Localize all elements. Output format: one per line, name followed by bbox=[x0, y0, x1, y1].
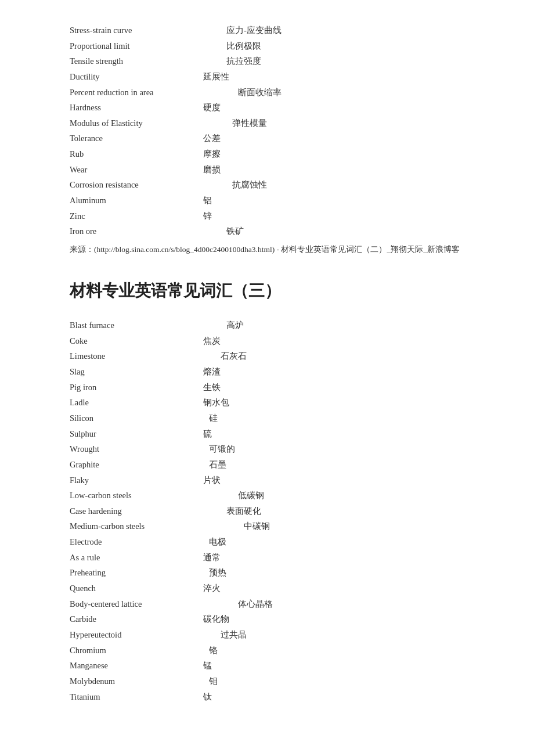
vocab-english: Proportional limit bbox=[70, 39, 203, 53]
vocab-chinese: 中碳钢 bbox=[203, 519, 270, 534]
vocab-row: Sulphur硫 bbox=[70, 427, 464, 441]
vocab-english: Graphite bbox=[70, 458, 203, 472]
vocab-chinese: 焦炭 bbox=[203, 334, 221, 348]
vocab-english: Chromium bbox=[70, 643, 203, 658]
vocab-chinese: 预热 bbox=[203, 566, 226, 580]
vocab-chinese: 体心晶格 bbox=[203, 597, 273, 611]
vocab-row: Wrought可锻的 bbox=[70, 442, 464, 456]
vocab-row: Electrode电极 bbox=[70, 535, 464, 549]
vocab-english: Wear bbox=[70, 163, 203, 177]
vocab-row: Wear磨损 bbox=[70, 163, 464, 177]
vocab-row: Quench淬火 bbox=[70, 581, 464, 596]
vocab-english: Corrosion resistance bbox=[70, 178, 203, 192]
vocab-english: Molybdenum bbox=[70, 674, 203, 689]
vocab-chinese: 延展性 bbox=[203, 70, 229, 84]
vocab-english: Case hardening bbox=[70, 504, 203, 519]
vocab-row: Stress-strain curve应力-应变曲线 bbox=[70, 23, 464, 38]
section2: Stress-strain curve应力-应变曲线Proportional l… bbox=[70, 23, 464, 256]
vocab-english: Pig iron bbox=[70, 380, 203, 395]
vocab-chinese: 铝 bbox=[203, 193, 212, 208]
vocab-chinese: 低碳钢 bbox=[203, 488, 264, 503]
vocab-row: Tensile strength抗拉强度 bbox=[70, 54, 464, 69]
vocab-row: Hypereutectoid过共晶 bbox=[70, 628, 464, 642]
vocab-chinese: 钼 bbox=[203, 674, 218, 689]
vocab-row: Aluminum铝 bbox=[70, 193, 464, 208]
vocab-chinese: 比例极限 bbox=[203, 39, 261, 53]
vocab-english: Sulphur bbox=[70, 427, 203, 441]
section3: Blast furnace高炉Coke焦炭Limestone石灰石Slag熔渣P… bbox=[70, 318, 464, 704]
vocab-chinese: 铬 bbox=[203, 643, 218, 658]
vocab-chinese: 石墨 bbox=[203, 458, 226, 472]
vocab-chinese: 抗腐蚀性 bbox=[203, 178, 267, 192]
vocab-english: Zinc bbox=[70, 209, 203, 224]
vocab-chinese: 钢水包 bbox=[203, 395, 229, 410]
vocab-chinese: 淬火 bbox=[203, 581, 221, 596]
vocab-english: Quench bbox=[70, 581, 203, 596]
vocab-english: As a rule bbox=[70, 550, 203, 565]
vocab-english: Low-carbon steels bbox=[70, 488, 203, 503]
vocab-row: Pig iron生铁 bbox=[70, 380, 464, 395]
vocab-row: Percent reduction in area断面收缩率 bbox=[70, 85, 464, 100]
vocab-row: Manganese锰 bbox=[70, 658, 464, 673]
vocab-row: Blast furnace高炉 bbox=[70, 318, 464, 333]
vocab-row: Flaky片状 bbox=[70, 473, 464, 488]
vocab-row: Coke焦炭 bbox=[70, 334, 464, 348]
vocab-english: Slag bbox=[70, 365, 203, 379]
vocab-chinese: 弹性模量 bbox=[203, 116, 267, 131]
vocab-chinese: 电极 bbox=[203, 535, 226, 549]
vocab-row: Hardness硬度 bbox=[70, 100, 464, 115]
vocab-english: Hypereutectoid bbox=[70, 628, 203, 642]
vocab-english: Titanium bbox=[70, 690, 203, 704]
vocab-english: Modulus of Elasticity bbox=[70, 116, 203, 131]
vocab-chinese: 硬度 bbox=[203, 100, 221, 115]
vocab-english: Hardness bbox=[70, 100, 203, 115]
vocab-english: Ductility bbox=[70, 70, 203, 84]
vocab-row: Slag熔渣 bbox=[70, 365, 464, 379]
vocab-chinese: 铁矿 bbox=[203, 224, 244, 239]
vocab-row: Zinc锌 bbox=[70, 209, 464, 224]
vocab-row: Ductility延展性 bbox=[70, 70, 464, 84]
vocab-chinese: 可锻的 bbox=[203, 442, 235, 456]
vocab-row: Body-centered lattice体心晶格 bbox=[70, 597, 464, 611]
vocab-english: Wrought bbox=[70, 442, 203, 456]
vocab-row: Corrosion resistance抗腐蚀性 bbox=[70, 178, 464, 192]
vocab-chinese: 熔渣 bbox=[203, 365, 221, 379]
vocab-row: Silicon硅 bbox=[70, 411, 464, 426]
vocab-chinese: 断面收缩率 bbox=[203, 85, 282, 100]
vocab-row: Case hardening表面硬化 bbox=[70, 504, 464, 519]
vocab-row: Low-carbon steels低碳钢 bbox=[70, 488, 464, 503]
section3-title: 材料专业英语常见词汇（三） bbox=[70, 277, 464, 305]
vocab-row: Preheating预热 bbox=[70, 566, 464, 580]
vocab-english: Silicon bbox=[70, 411, 203, 426]
vocab-row: Carbide碳化物 bbox=[70, 612, 464, 627]
vocab-english: Tolerance bbox=[70, 131, 203, 146]
vocab-chinese: 碳化物 bbox=[203, 612, 229, 627]
vocab-chinese: 表面硬化 bbox=[203, 504, 261, 519]
vocab-row: Graphite石墨 bbox=[70, 458, 464, 472]
vocab-chinese: 片状 bbox=[203, 473, 221, 488]
vocab-english: Aluminum bbox=[70, 193, 203, 208]
vocab-english: Manganese bbox=[70, 658, 203, 673]
vocab-english: Flaky bbox=[70, 473, 203, 488]
vocab-english: Carbide bbox=[70, 612, 203, 627]
vocab-english: Preheating bbox=[70, 566, 203, 580]
vocab-chinese: 硫 bbox=[203, 427, 212, 441]
vocab-chinese: 抗拉强度 bbox=[203, 54, 261, 69]
vocab-row: Tolerance公差 bbox=[70, 131, 464, 146]
vocab-chinese: 摩擦 bbox=[203, 147, 221, 161]
vocab-chinese: 钛 bbox=[203, 690, 212, 704]
vocab-chinese: 锌 bbox=[203, 209, 212, 224]
vocab-english: Stress-strain curve bbox=[70, 23, 203, 38]
vocab-chinese: 应力-应变曲线 bbox=[203, 23, 282, 38]
vocab-row: Proportional limit比例极限 bbox=[70, 39, 464, 53]
vocab-english: Body-centered lattice bbox=[70, 597, 203, 611]
vocab-english: Percent reduction in area bbox=[70, 85, 203, 100]
vocab-chinese: 硅 bbox=[203, 411, 218, 426]
vocab-row: Iron ore铁矿 bbox=[70, 224, 464, 239]
vocab-chinese: 锰 bbox=[203, 658, 212, 673]
vocab-row: Titanium钛 bbox=[70, 690, 464, 704]
vocab-english: Tensile strength bbox=[70, 54, 203, 69]
vocab-chinese: 通常 bbox=[203, 550, 221, 565]
vocab-row: Molybdenum钼 bbox=[70, 674, 464, 689]
vocab-english: Electrode bbox=[70, 535, 203, 549]
